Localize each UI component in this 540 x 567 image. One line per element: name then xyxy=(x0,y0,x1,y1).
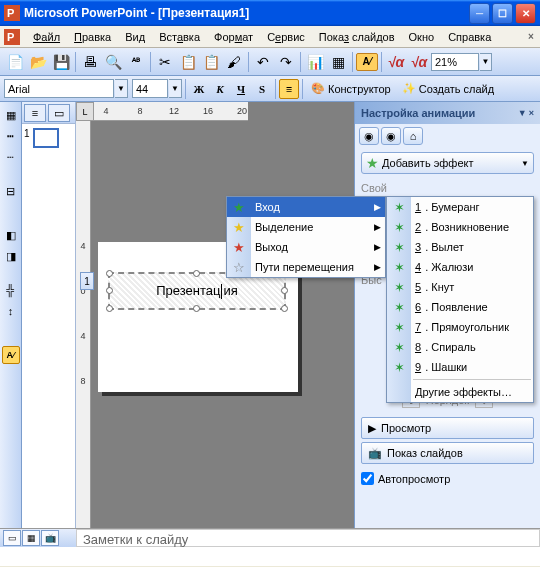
constructor-button[interactable]: 🎨 Конструктор xyxy=(306,79,396,99)
font-size-combo[interactable] xyxy=(132,79,168,98)
formula-icon[interactable]: √α xyxy=(385,51,407,73)
menu-help[interactable]: Справка xyxy=(441,29,498,45)
close-button[interactable]: ✕ xyxy=(515,3,536,24)
effect-Спираль[interactable]: ✶8. Спираль xyxy=(387,337,533,357)
summary-icon[interactable]: ⊟ xyxy=(2,182,20,200)
effect-Кнут[interactable]: ✶5. Кнут xyxy=(387,277,533,297)
highlight-icon[interactable]: A⁄ xyxy=(356,53,378,71)
menu-insert[interactable]: Вставка xyxy=(152,29,207,45)
pane-dropdown-icon[interactable]: ▼ xyxy=(518,108,527,118)
slideshow-button[interactable]: 📺 Показ слайдов xyxy=(361,442,534,464)
auto-preview-row[interactable]: Автопросмотр xyxy=(355,467,540,490)
preview-button[interactable]: ▶ Просмотр xyxy=(361,417,534,439)
menu-file[interactable]: Файл xyxy=(26,29,67,45)
effect-Шашки[interactable]: ✶9. Шашки xyxy=(387,357,533,377)
powerpoint-icon: P xyxy=(4,5,20,21)
font-name-combo[interactable] xyxy=(4,79,114,98)
star-green-icon: ✶ xyxy=(391,300,407,315)
resize-handle[interactable] xyxy=(281,287,288,294)
resize-handle[interactable] xyxy=(106,270,113,277)
notes-textbox[interactable]: Заметки к слайду xyxy=(76,529,540,547)
format-painter-icon[interactable]: 🖌 xyxy=(223,51,245,73)
slide-thumbnail-row[interactable]: 1 xyxy=(22,124,75,152)
slideshow-view-button[interactable]: 📺 xyxy=(41,530,59,546)
font-size-dropdown[interactable]: ▼ xyxy=(169,79,182,98)
new-file-icon[interactable]: 📄 xyxy=(4,51,26,73)
dot-icon[interactable]: ┄ xyxy=(2,148,20,166)
grayscale-icon[interactable]: ◨ xyxy=(2,247,20,265)
save-icon[interactable]: 💾 xyxy=(50,51,72,73)
snap-icon[interactable]: ▦ xyxy=(2,106,20,124)
maximize-button[interactable]: ☐ xyxy=(492,3,513,24)
shadow-button[interactable]: S xyxy=(252,79,272,99)
print-icon[interactable]: 🖶 xyxy=(79,51,101,73)
star-green-icon: ✶ xyxy=(391,200,407,215)
separator xyxy=(185,79,186,99)
bold-button[interactable]: Ж xyxy=(189,79,209,99)
menu-bar: P Файл Правка Вид Вставка Формат Сервис … xyxy=(0,26,540,48)
sorter-view-button[interactable]: ▦ xyxy=(22,530,40,546)
menu-window[interactable]: Окно xyxy=(402,29,442,45)
nav-home-button[interactable]: ⌂ xyxy=(403,127,423,145)
effect-Прямоугольник[interactable]: ✶7. Прямоугольник xyxy=(387,317,533,337)
more-effects[interactable]: Другие эффекты… xyxy=(387,382,533,402)
menu-entry[interactable]: ★ Вход ▶ xyxy=(227,197,385,217)
effect-Возникновение[interactable]: ✶2. Возникновение xyxy=(387,217,533,237)
menu-exit[interactable]: ★ Выход ▶ xyxy=(227,237,385,257)
align-center-button[interactable]: ≡ xyxy=(279,79,299,99)
pane-close-icon[interactable]: × xyxy=(529,108,534,118)
slide-thumbnail[interactable] xyxy=(33,128,59,148)
vertical-ruler[interactable]: 4 0 4 8 xyxy=(76,121,91,528)
zoom-combo[interactable]: 21% xyxy=(431,53,479,71)
outline-tab-slides[interactable]: ▭ xyxy=(48,104,70,122)
horizontal-ruler[interactable]: 4 8 12 16 20 xyxy=(94,102,248,121)
table-icon[interactable]: ▦ xyxy=(327,51,349,73)
menu-slideshow[interactable]: Показ слайдов xyxy=(312,29,402,45)
guides-icon[interactable]: ╬ xyxy=(2,281,20,299)
font-name-dropdown[interactable]: ▼ xyxy=(115,79,128,98)
menu-motion-paths[interactable]: ☆ Пути перемещения ▶ xyxy=(227,257,385,277)
effect-Появление[interactable]: ✶6. Появление xyxy=(387,297,533,317)
effect-Жалюзи[interactable]: ✶4. Жалюзи xyxy=(387,257,533,277)
undo-icon[interactable]: ↶ xyxy=(252,51,274,73)
resize-handle[interactable] xyxy=(281,305,288,312)
auto-preview-checkbox[interactable] xyxy=(361,472,374,485)
up-icon[interactable]: ↕ xyxy=(2,302,20,320)
resize-handle[interactable] xyxy=(106,305,113,312)
resize-handle[interactable] xyxy=(106,287,113,294)
open-file-icon[interactable]: 📂 xyxy=(27,51,49,73)
normal-view-button[interactable]: ▭ xyxy=(3,530,21,546)
dash-icon[interactable]: ┅ xyxy=(2,127,20,145)
ruler-corner[interactable]: L xyxy=(76,102,94,121)
mdi-close-button[interactable]: × xyxy=(524,30,538,44)
copy-icon[interactable]: 📋 xyxy=(177,51,199,73)
color-icon[interactable]: ◧ xyxy=(2,226,20,244)
minimize-button[interactable]: ─ xyxy=(469,3,490,24)
add-effect-button[interactable]: ★ Добавить эффект ▼ xyxy=(361,152,534,174)
outline-tab-outline[interactable]: ≡ xyxy=(24,104,46,122)
menu-view[interactable]: Вид xyxy=(118,29,152,45)
redo-icon[interactable]: ↷ xyxy=(275,51,297,73)
effect-Бумеранг[interactable]: ✶1. Бумеранг xyxy=(387,197,533,217)
chart-icon[interactable]: 📊 xyxy=(304,51,326,73)
spellcheck-icon[interactable]: ᴬᴮ xyxy=(125,51,147,73)
resize-handle[interactable] xyxy=(193,270,200,277)
menu-emphasis[interactable]: ★ Выделение ▶ xyxy=(227,217,385,237)
new-slide-button[interactable]: ✨ Создать слайд xyxy=(397,79,499,99)
print-preview-icon[interactable]: 🔍 xyxy=(102,51,124,73)
nav-back-button[interactable]: ◉ xyxy=(359,127,379,145)
menu-tools[interactable]: Сервис xyxy=(260,29,312,45)
highlight-tool-icon[interactable]: A⁄ xyxy=(2,346,20,364)
new-slide-icon: ✨ xyxy=(402,82,416,95)
formula2-icon[interactable]: √α xyxy=(408,51,430,73)
zoom-dropdown[interactable]: ▼ xyxy=(480,53,492,71)
resize-handle[interactable] xyxy=(193,305,200,312)
menu-edit[interactable]: Правка xyxy=(67,29,118,45)
effect-Вылет[interactable]: ✶3. Вылет xyxy=(387,237,533,257)
menu-format[interactable]: Формат xyxy=(207,29,260,45)
cut-icon[interactable]: ✂ xyxy=(154,51,176,73)
paste-icon[interactable]: 📋 xyxy=(200,51,222,73)
underline-button[interactable]: Ч xyxy=(231,79,251,99)
italic-button[interactable]: К xyxy=(210,79,230,99)
nav-forward-button[interactable]: ◉ xyxy=(381,127,401,145)
